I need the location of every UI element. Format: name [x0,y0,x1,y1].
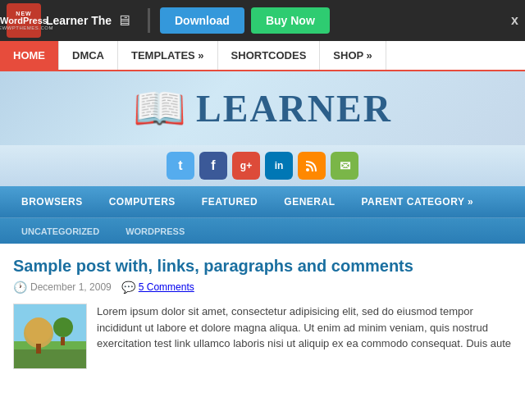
nav-item-home[interactable]: HOME [0,41,59,70]
comments-link[interactable]: 5 Comments [139,281,194,293]
social-bar: t f g+ in ✉ [0,145,525,186]
cat-featured[interactable]: FEATURED [189,186,271,217]
facebook-icon[interactable]: f [199,152,227,180]
hero-book-icon: 📖 [133,84,186,134]
cat-browsers[interactable]: BROWSERS [8,186,96,217]
post-meta: 🕐 December 1, 2009 💬 5 Comments [13,281,512,294]
rss-icon[interactable] [298,152,326,180]
svg-point-7 [53,317,73,337]
logo-icon: NEW WordPress NEWWPTHEMES.COM [7,3,41,38]
svg-point-0 [306,168,309,171]
comment-icon: 💬 [121,281,135,294]
cat-parent-category[interactable]: PARENT CATEGORY » [348,186,486,217]
post-date: 🕐 December 1, 2009 [13,281,112,294]
post-date-text: December 1, 2009 [30,281,112,293]
topbar: NEW WordPress NEWWPTHEMES.COM Learner Th… [0,0,525,41]
post-body: Lorem ipsum dolor sit amet, consectetur … [13,304,512,369]
svg-point-5 [25,317,52,344]
nav-item-shop[interactable]: SHOP » [320,41,386,70]
logo-area[interactable]: NEW WordPress NEWWPTHEMES.COM Learner Th… [7,3,138,38]
svg-rect-3 [14,341,87,349]
googleplus-icon[interactable]: g+ [232,152,260,180]
buynow-button[interactable]: Buy Now [251,7,330,34]
logo-wp-text: WordPress [0,16,48,25]
twitter-icon[interactable]: t [167,152,194,180]
content-area: Sample post with, links, paragraphs and … [0,244,525,369]
nav-item-shortcodes[interactable]: SHORTCODES [218,41,321,70]
navbar: HOME DMCA TEMPLATES » SHORTCODES SHOP » [0,41,525,71]
svg-rect-8 [61,337,65,345]
clock-icon: 🕐 [13,281,27,294]
post-title: Sample post with, links, paragraphs and … [13,257,512,276]
separator-bar [148,8,150,33]
linkedin-icon[interactable]: in [265,152,293,180]
post-text: Lorem ipsum dolor sit amet, consectetur … [97,304,512,369]
nav-item-dmca[interactable]: DMCA [59,41,118,70]
sub-nav: UNCATEGORIZED WORDPRESS [0,217,525,244]
email-icon[interactable]: ✉ [331,152,358,180]
nav-item-templates[interactable]: TEMPLATES » [118,41,218,70]
hero-title: LEARNER [196,87,392,130]
post-body-text: Lorem ipsum dolor sit amet, consectetur … [97,305,511,349]
site-title: Learner The [46,14,112,27]
cat-general[interactable]: GENERAL [271,186,348,217]
download-button[interactable]: Download [160,7,244,34]
post-thumbnail [13,304,87,369]
sub-uncategorized[interactable]: UNCATEGORIZED [8,218,112,244]
post-comments[interactable]: 💬 5 Comments [121,281,194,294]
cat-computers[interactable]: COMPUTERS [96,186,189,217]
monitor-icon: 🖥 [116,12,131,30]
hero-area: 📖 LEARNER [0,71,525,145]
sub-wordpress[interactable]: WORDPRESS [112,218,198,244]
close-button[interactable]: x [511,13,518,28]
category-nav: BROWSERS COMPUTERS FEATURED GENERAL PARE… [0,186,525,217]
svg-rect-6 [36,344,41,354]
